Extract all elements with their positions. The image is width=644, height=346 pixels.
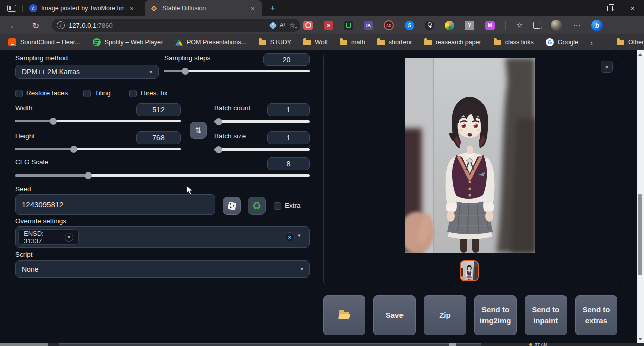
swap-width-height-button[interactable]: ⇅ bbox=[190, 122, 207, 139]
shazam-extension-icon[interactable]: S bbox=[405, 21, 414, 30]
scroll-up-icon[interactable] bbox=[638, 53, 642, 56]
height-slider[interactable] bbox=[15, 148, 181, 150]
bookmark-folder-shortenr[interactable]: shortenr bbox=[377, 39, 412, 46]
slider-handle[interactable] bbox=[182, 68, 189, 75]
folder-icon bbox=[303, 40, 311, 45]
horizontal-scrollbar-thumb[interactable] bbox=[0, 343, 48, 346]
gallery-close-icon[interactable]: × bbox=[601, 61, 613, 73]
override-clear-icon[interactable]: ✕ bbox=[285, 232, 295, 242]
seed-input[interactable]: 1243095812 bbox=[15, 194, 215, 215]
extensions-row: » IA AD S Y M ☆ + ⋯ b bbox=[303, 19, 603, 32]
refresh-icon[interactable]: ↻ bbox=[30, 20, 42, 32]
tab-close-icon[interactable]: × bbox=[249, 5, 257, 12]
sampling-method-dropdown[interactable]: DPM++ 2M Karras▾ bbox=[15, 65, 159, 79]
batch-size-slider[interactable] bbox=[214, 148, 310, 151]
cfg-scale-slider[interactable] bbox=[15, 174, 310, 177]
restore-faces-checkbox[interactable] bbox=[15, 90, 23, 97]
adblock-extension-icon[interactable]: AD bbox=[384, 20, 394, 30]
slider-handle[interactable] bbox=[50, 118, 57, 125]
globe-extension-icon[interactable] bbox=[445, 21, 454, 30]
address-bar[interactable]: i 127.0.0.1:7860 A) ☆+ bbox=[52, 19, 300, 32]
random-seed-button[interactable] bbox=[223, 197, 241, 215]
bookmark-folder-research[interactable]: reasearch paper bbox=[424, 39, 481, 46]
video-speed-extension-icon[interactable]: » bbox=[324, 21, 333, 30]
slider-handle[interactable] bbox=[215, 118, 222, 125]
generated-image[interactable] bbox=[405, 58, 535, 253]
hires-fix-checkbox[interactable] bbox=[129, 90, 137, 97]
seed-label: Seed bbox=[15, 185, 31, 193]
chip-remove-icon[interactable]: ✕ bbox=[65, 233, 73, 242]
more-menu-icon[interactable]: ⋯ bbox=[573, 21, 581, 30]
batch-size-input[interactable]: 1 bbox=[267, 131, 310, 144]
send-to-inpaint-button[interactable]: Send to inpaint bbox=[525, 295, 567, 335]
o-extension-icon[interactable] bbox=[303, 21, 313, 30]
profile-avatar[interactable] bbox=[551, 20, 562, 31]
scroll-down-icon[interactable] bbox=[638, 338, 642, 340]
bookmarks-overflow-chevron[interactable]: › bbox=[590, 38, 593, 47]
tiling-checkbox[interactable] bbox=[83, 90, 91, 97]
trash-extension-icon[interactable] bbox=[344, 21, 353, 30]
bookmark-folder-wolf[interactable]: Wolf bbox=[303, 39, 328, 46]
send-to-extras-button[interactable]: Send to extras bbox=[575, 295, 617, 335]
reuse-seed-button[interactable]: ♻ bbox=[248, 197, 266, 215]
window-close-button[interactable]: × bbox=[621, 0, 644, 16]
batch-count-input[interactable]: 1 bbox=[267, 103, 310, 116]
tab-actions-icon[interactable] bbox=[7, 5, 16, 12]
bookmark-folder-study[interactable]: STUDY bbox=[259, 39, 291, 46]
bookmark-pom[interactable]: POM Presentations... bbox=[175, 39, 247, 46]
bookmark-google[interactable]: GGoogle bbox=[546, 38, 578, 46]
override-chip[interactable]: ENSD: 31337✕ bbox=[18, 229, 79, 245]
restore-button[interactable] bbox=[599, 0, 621, 16]
internet-archive-extension-icon[interactable]: IA bbox=[364, 21, 373, 30]
extra-seed-checkbox[interactable] bbox=[274, 202, 281, 210]
collections-icon[interactable]: + bbox=[533, 22, 540, 29]
chevron-down-icon: ▾ bbox=[149, 69, 152, 75]
add-favorite-icon[interactable]: ☆+ bbox=[289, 21, 295, 29]
slider-handle[interactable] bbox=[215, 146, 222, 153]
slider-handle[interactable] bbox=[70, 146, 77, 153]
bookmark-soundcloud[interactable]: ☁SoundCloud – Hear... bbox=[8, 38, 80, 46]
bookmark-spotify[interactable]: Spotify – Web Player bbox=[93, 38, 164, 46]
restore-faces-label: Restore faces bbox=[26, 89, 68, 97]
new-tab-button[interactable]: + bbox=[267, 2, 279, 14]
open-folder-button[interactable] bbox=[323, 295, 365, 335]
location-pin-extension-icon[interactable] bbox=[425, 21, 434, 30]
browser-tab-reddit[interactable]: c Image posted by TwoMoreTimes × bbox=[24, 0, 141, 16]
chevron-down-icon: ▾ bbox=[300, 266, 303, 272]
scrollbar-thumb[interactable] bbox=[638, 194, 642, 275]
bottom-edge: 37 AM bbox=[0, 343, 644, 346]
height-input[interactable]: 768 bbox=[136, 131, 181, 144]
sampling-steps-label: Sampling steps bbox=[164, 54, 210, 62]
monica-extension-icon[interactable]: M bbox=[485, 21, 495, 30]
bookmark-folder-math[interactable]: math bbox=[340, 39, 365, 46]
save-button[interactable]: Save bbox=[373, 295, 416, 335]
gallery-thumbnail[interactable] bbox=[460, 260, 479, 281]
override-chevron-down-icon[interactable]: ▾ bbox=[298, 232, 301, 239]
tab-close-icon[interactable]: × bbox=[128, 5, 136, 12]
url-text[interactable]: 127.0.0.1:7860 bbox=[69, 22, 266, 29]
bookmark-other-favorites[interactable]: Other favorites bbox=[617, 39, 644, 46]
price-tag-icon[interactable] bbox=[269, 21, 277, 29]
back-icon[interactable]: ← bbox=[8, 20, 20, 32]
read-aloud-icon[interactable]: A) bbox=[280, 22, 285, 29]
y-extension-icon[interactable]: Y bbox=[465, 21, 474, 30]
cfg-scale-input[interactable]: 8 bbox=[267, 157, 310, 170]
vertical-scrollbar[interactable] bbox=[637, 50, 644, 343]
send-to-img2img-button[interactable]: Send to img2img bbox=[474, 295, 517, 335]
minimize-button[interactable]: – bbox=[576, 0, 599, 16]
sampling-steps-input[interactable]: 20 bbox=[263, 53, 310, 66]
copilot-icon[interactable]: b bbox=[591, 20, 603, 31]
batch-count-slider[interactable] bbox=[214, 120, 310, 123]
override-settings-label: Override settings bbox=[15, 217, 66, 225]
width-slider[interactable] bbox=[15, 120, 181, 122]
sampling-steps-slider[interactable] bbox=[164, 70, 310, 72]
width-input[interactable]: 512 bbox=[136, 103, 181, 116]
site-info-icon[interactable]: i bbox=[57, 21, 65, 29]
folder-icon bbox=[494, 40, 501, 45]
browser-tab-stable-diffusion[interactable]: Stable Diffusion × bbox=[145, 0, 262, 16]
slider-handle[interactable] bbox=[85, 172, 92, 179]
bookmark-folder-classlinks[interactable]: class links bbox=[494, 39, 534, 46]
favorites-icon[interactable]: ☆ bbox=[516, 21, 523, 30]
zip-button[interactable]: Zip bbox=[424, 295, 466, 335]
script-dropdown[interactable]: None▾ bbox=[15, 260, 310, 278]
